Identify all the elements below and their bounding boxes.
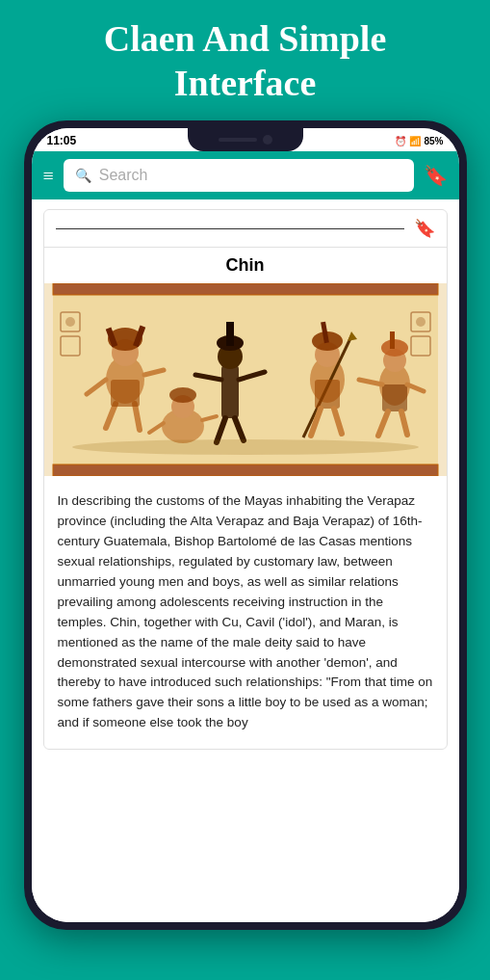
svg-rect-15 <box>221 365 239 418</box>
status-time: 11:05 <box>47 134 77 147</box>
svg-point-43 <box>169 387 196 403</box>
speaker <box>219 138 257 142</box>
maya-art-svg <box>44 283 447 476</box>
card-bookmark-icon[interactable]: 🔖 <box>414 218 435 239</box>
signal-icon: 📶 <box>409 136 421 146</box>
camera <box>263 135 272 145</box>
header-section: Claen And SimpleInterface <box>85 0 406 120</box>
hamburger-button[interactable]: ≡ <box>43 166 54 185</box>
app-title: Claen And SimpleInterface <box>85 0 406 120</box>
article-card: 🔖 Chin <box>43 209 448 750</box>
svg-point-52 <box>416 317 426 327</box>
article-title: Chin <box>44 248 447 283</box>
article-image <box>44 283 447 476</box>
svg-rect-14 <box>111 380 140 407</box>
card-header: 🔖 <box>44 210 447 248</box>
svg-rect-1 <box>53 283 438 295</box>
status-icons: ⏰ 📶 85% <box>395 136 443 146</box>
phone-frame: 11:05 ⏰ 📶 85% ≡ 🔍 Search 🔖 🔖 <box>24 120 467 930</box>
alarm-icon: ⏰ <box>395 136 406 146</box>
search-input[interactable]: Search <box>99 167 148 184</box>
search-icon: 🔍 <box>75 168 91 184</box>
top-nav-bar: ≡ 🔍 Search 🔖 <box>32 151 459 199</box>
svg-point-49 <box>65 317 75 327</box>
svg-rect-29 <box>315 380 340 409</box>
battery-icon: 85% <box>424 136 443 146</box>
svg-point-46 <box>72 439 419 455</box>
svg-rect-18 <box>226 322 234 346</box>
phone-notch <box>188 128 303 151</box>
card-divider <box>56 228 404 229</box>
phone-screen: 11:05 ⏰ 📶 85% ≡ 🔍 Search 🔖 🔖 <box>32 128 459 922</box>
search-bar[interactable]: 🔍 Search <box>64 159 414 192</box>
content-area: 🔖 Chin <box>32 199 459 922</box>
svg-rect-36 <box>382 384 407 411</box>
nav-bookmark-icon[interactable]: 🔖 <box>424 164 448 187</box>
article-body: In describing the customs of the Mayas i… <box>44 476 447 749</box>
svg-rect-2 <box>53 464 438 476</box>
svg-rect-35 <box>390 331 395 349</box>
